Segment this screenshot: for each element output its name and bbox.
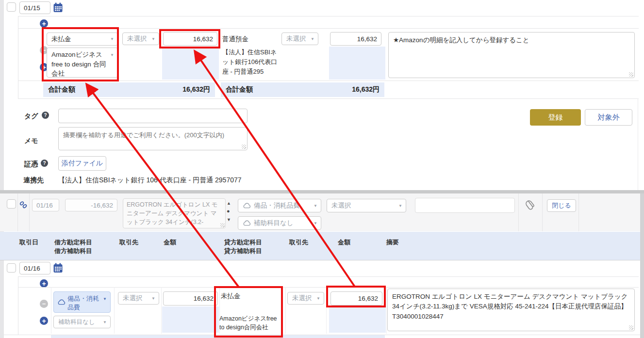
debit-partner-account-dropdown[interactable]: Amazonビジネスfree to design 合同会社 ▼ bbox=[47, 48, 118, 78]
linked-account-value: 【法人】住信SBIネット銀行 106 代表口座 - 円普通 2957077 bbox=[58, 176, 242, 185]
bottom-debit-partner-label: 未選択 bbox=[123, 294, 143, 303]
bottom-debit-amount-cell bbox=[162, 306, 219, 333]
scroll-down-icon[interactable]: ▼ bbox=[227, 216, 231, 223]
chevron-down-icon: ▼ bbox=[103, 320, 107, 324]
resize-handle[interactable] bbox=[629, 72, 633, 77]
credit-total-bar: 合計金額 16,632円 bbox=[221, 82, 384, 97]
remove-row-button[interactable]: − bbox=[40, 300, 48, 308]
divider bbox=[114, 287, 115, 334]
bottom-debit-account-label: 備品・消耗品費 bbox=[67, 294, 101, 311]
bottom-debit-partner-dropdown[interactable]: 未選択 ▼ bbox=[118, 292, 159, 305]
col-header-summary: 摘要 bbox=[386, 238, 399, 247]
debit-total-value: 16,632円 bbox=[182, 85, 210, 94]
debit-partner-dropdown[interactable]: 未選択 ▼ bbox=[122, 32, 159, 45]
calendar-icon[interactable] bbox=[53, 2, 63, 13]
note-textarea[interactable] bbox=[58, 127, 248, 150]
bank-row-checkbox[interactable] bbox=[7, 199, 16, 209]
add-row-button[interactable]: + bbox=[40, 279, 48, 288]
evidence-help-icon[interactable]: ? bbox=[41, 160, 48, 167]
credit-account-text: 普通預金 bbox=[222, 35, 248, 44]
debit-account-dropdown[interactable]: 未払金 ▼ bbox=[47, 32, 118, 46]
col-header-credit-amount: 金額 bbox=[338, 238, 350, 247]
bank-account-label: 備品・消耗品費 bbox=[254, 201, 300, 210]
bank-subaccount-label: 補助科目なし bbox=[254, 219, 294, 227]
resize-handle[interactable] bbox=[220, 223, 225, 227]
exclude-button[interactable]: 対象外 bbox=[585, 109, 632, 126]
chevron-down-icon: ▼ bbox=[314, 221, 317, 225]
tag-help-icon[interactable]: ? bbox=[42, 112, 49, 119]
paperclip-icon[interactable] bbox=[525, 197, 536, 211]
left-edge-strip bbox=[0, 0, 4, 338]
bottom-credit-amount-input[interactable] bbox=[330, 291, 382, 306]
cloud-icon bbox=[243, 220, 251, 226]
add-row-button[interactable]: + bbox=[40, 317, 48, 325]
chevron-down-icon: ▼ bbox=[316, 296, 320, 301]
bank-subaccount-dropdown[interactable]: 補助科目なし ▼ bbox=[238, 216, 321, 230]
bottom-totals-bar bbox=[51, 335, 385, 338]
resize-handle[interactable] bbox=[242, 145, 246, 149]
cloud-icon bbox=[57, 299, 66, 305]
credit-amount-cell bbox=[329, 47, 385, 80]
top-entry-checkbox[interactable] bbox=[7, 2, 16, 12]
linked-account-label: 連携先 bbox=[23, 176, 44, 185]
debit-account-label: 未払金 bbox=[51, 35, 71, 44]
credit-partner-dropdown[interactable]: 未選択 ▼ bbox=[281, 32, 318, 45]
debit-total-bar: 合計金額 16,632円 bbox=[43, 82, 215, 97]
divider bbox=[518, 193, 519, 231]
bottom-entry-date-input[interactable] bbox=[19, 262, 50, 274]
entry-memo-textarea[interactable]: ★Amazonの明細を記入してから登録すること bbox=[388, 32, 635, 78]
resize-handle[interactable] bbox=[629, 325, 633, 330]
note-label: メモ bbox=[24, 137, 38, 145]
scroll-thumb-icon[interactable]: ● bbox=[227, 208, 230, 214]
bottom-entry-memo-textarea[interactable]: ERGOTRON エルゴトロン LX モニターアーム デスクマウント マットブラ… bbox=[387, 289, 635, 331]
divider bbox=[18, 28, 639, 29]
cloud-icon bbox=[243, 203, 251, 209]
chevron-down-icon: ▼ bbox=[314, 204, 317, 208]
debit-amount-cell bbox=[162, 47, 219, 80]
register-button[interactable]: 登録 bbox=[530, 109, 581, 126]
calendar-icon[interactable] bbox=[53, 263, 63, 273]
bank-amount-field[interactable] bbox=[65, 199, 117, 211]
bottom-debit-subaccount-label: 補助科目なし bbox=[58, 318, 95, 326]
bank-partner-dropdown[interactable]: 未選択 ▼ bbox=[327, 199, 406, 212]
col-header-debit-amount: 金額 bbox=[164, 238, 176, 247]
bottom-credit-partner-label: 未選択 bbox=[292, 294, 312, 303]
bottom-credit-account-text: 未払金 bbox=[221, 292, 241, 301]
divider bbox=[542, 193, 543, 231]
section-divider bbox=[0, 190, 644, 193]
divider bbox=[638, 98, 638, 190]
col-header-credit-partner: 取引先 bbox=[289, 238, 308, 247]
chevron-down-icon: ▼ bbox=[311, 37, 314, 41]
bottom-credit-partner-dropdown[interactable]: 未選択 ▼ bbox=[287, 292, 324, 305]
bank-extra-input[interactable] bbox=[415, 198, 515, 213]
divider bbox=[326, 287, 327, 334]
bottom-entry-checkbox[interactable] bbox=[7, 263, 16, 273]
divider bbox=[29, 193, 30, 231]
bottom-debit-subaccount-dropdown[interactable]: 補助科目なし ▼ bbox=[53, 316, 111, 328]
credit-amount-input[interactable] bbox=[330, 32, 381, 46]
top-entry-date-input[interactable] bbox=[19, 1, 50, 14]
divider bbox=[18, 276, 18, 335]
close-button[interactable]: 閉じる bbox=[547, 199, 576, 212]
bank-description-textarea[interactable]: ERGOTRON エルゴトロン LX モニターアーム デスクマウント マットブラ… bbox=[123, 198, 226, 228]
attach-file-button[interactable]: 添付ファイル bbox=[58, 156, 106, 171]
bottom-credit-partner-text: Amazonビジネスfree to design合同会社 bbox=[219, 314, 282, 332]
divider bbox=[18, 98, 639, 99]
scroll-up-icon[interactable]: ▲ bbox=[227, 200, 231, 207]
tag-input[interactable] bbox=[58, 109, 248, 123]
bottom-debit-amount-input[interactable] bbox=[163, 291, 218, 306]
total-label: 合計金額 bbox=[226, 85, 253, 94]
chevron-down-icon: ▼ bbox=[110, 52, 114, 58]
credit-partner-label: 未選択 bbox=[286, 34, 306, 43]
bottom-debit-account-dropdown[interactable]: 備品・消耗品費 ▼ bbox=[53, 291, 111, 313]
journal-entry-page: + 未払金 ▼ − + Amazonビジネスfree to design 合同会… bbox=[0, 0, 644, 338]
bank-date-field[interactable] bbox=[32, 199, 59, 211]
add-row-button[interactable]: + bbox=[40, 19, 48, 28]
debit-amount-input[interactable] bbox=[163, 32, 217, 46]
col-header-debit-partner: 取引先 bbox=[119, 238, 138, 247]
tag-label: タグ bbox=[24, 112, 38, 121]
bank-account-dropdown[interactable]: 備品・消耗品費 ▼ bbox=[238, 199, 321, 212]
bank-partner-label: 未選択 bbox=[331, 201, 351, 210]
chevron-down-icon: ▼ bbox=[110, 37, 114, 41]
col-header-credit-account: 貸方勘定科目貸方補助科目 bbox=[224, 238, 262, 256]
